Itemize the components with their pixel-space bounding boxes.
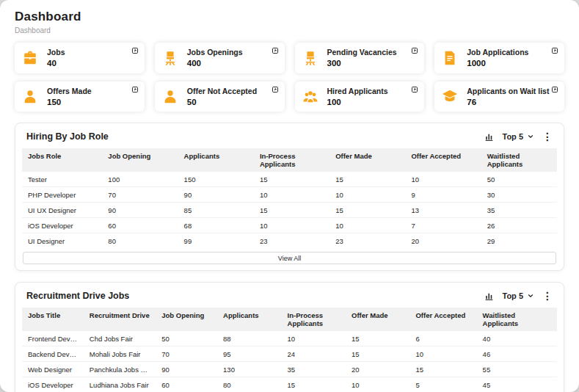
kebab-menu-icon[interactable]: ⋮ [542,131,553,142]
page-header: Dashboard Dashboard [15,10,564,35]
table-row: iOS DeveloperLudhiana Jobs Fair608015105… [22,377,557,392]
top5-dropdown[interactable]: Top 5 [502,132,534,141]
section-title: Hiring By Job Role [26,131,109,142]
bar-chart-icon[interactable] [484,291,494,301]
table-cell: 50 [481,172,557,187]
stat-card-label: Jobs [47,48,65,57]
panel-header: Recruitment Drive Jobs Top 5 ⋮ [22,289,557,308]
stat-card-text: Offers Made150 [47,87,92,108]
expand-icon[interactable] [272,86,279,93]
column-header: Jobs Title [22,308,84,331]
page-title: Dashboard [15,10,564,24]
stat-card-label: Job Applications [467,48,528,57]
column-header: In-Process Applicants [282,308,346,331]
table-cell: 95 [217,346,281,362]
stat-card: Applicants on Wait list76 [434,81,564,112]
expand-icon[interactable] [272,47,279,54]
table-cell: iOS Developer [22,377,84,392]
table-cell: 10 [409,346,476,362]
table-cell: Ludhiana Jobs Fair [84,377,156,392]
table-cell: 40 [477,331,557,346]
expand-icon[interactable] [411,47,418,54]
column-header: Applicants [217,308,281,331]
table-cell: 15 [346,331,409,346]
top5-dropdown[interactable]: Top 5 [502,291,534,300]
stat-card-text: Pending Vacancies300 [327,48,397,69]
panel-header: Hiring By Job Role Top 5 ⋮ [22,130,557,148]
top5-label: Top 5 [502,132,523,141]
table-header-row: Jobs RoleJob OpeningApplicantsIn-Process… [22,148,557,172]
stat-card: Offers Made150 [15,81,145,112]
expand-icon[interactable] [131,86,139,93]
bar-chart-icon[interactable] [484,132,494,142]
table-cell: 15 [329,172,405,187]
table-cell: 7 [405,218,481,233]
table-cell: 45 [477,377,557,392]
table-row: Web DesignerPanchkula Jobs Fair901303520… [22,362,557,377]
table-cell: 70 [102,187,178,203]
stat-card-value: 100 [327,97,388,107]
office-chair-icon [162,49,180,67]
view-all-button[interactable]: View All [23,252,556,264]
table-cell: 26 [481,218,557,233]
panel-tools: Top 5 ⋮ [484,291,553,301]
table-cell: PHP Developer [22,187,102,203]
table-cell: Frontend Developer [22,331,84,346]
table-cell: 88 [217,331,281,346]
table-row: Backend DeveloperMohali Jobs Fair7095241… [22,346,557,362]
table-cell: 15 [329,203,405,218]
table-header-row: Jobs TitleRecruitment DriveJob OpeningAp… [22,308,557,331]
person-icon [162,88,180,106]
table-cell: 150 [178,172,254,187]
table-cell: 20 [346,362,409,377]
table-cell: 15 [346,346,409,362]
stat-card-text: Applicants on Wait list76 [467,87,549,108]
table-cell: Tester [22,172,102,187]
stat-card-label: Jobs Openings [187,48,243,57]
table-cell: 10 [254,218,329,233]
column-header: Jobs Role [22,148,102,172]
expand-icon[interactable] [411,86,418,93]
dashboard-window: Dashboard Dashboard Jobs40Jobs Openings4… [0,0,579,392]
chevron-down-icon [527,133,534,140]
table-cell: Web Designer [22,362,84,377]
stat-card-value: 76 [467,97,549,107]
stat-card-value: 300 [327,58,397,68]
table-cell: 55 [477,362,557,377]
recruitment-drive-jobs-panel: Recruitment Drive Jobs Top 5 ⋮ Jobs Titl… [15,282,564,392]
stat-card-label: Hired Applicants [327,87,388,96]
column-header: Applicants [178,148,254,172]
column-header: In-Process Applicants [254,148,329,172]
table-cell: Chd Jobs Fair [84,331,156,346]
person-icon [22,88,40,106]
stat-card-label: Applicants on Wait list [467,87,549,96]
table-cell: 90 [156,362,217,377]
hiring-table: Jobs RoleJob OpeningApplicantsIn-Process… [22,148,557,248]
stat-card-label: Offers Made [47,87,92,96]
stat-cards-grid: Jobs40Jobs Openings400Pending Vacancies3… [15,43,564,112]
table-cell: 60 [102,218,178,233]
table-cell: 15 [254,203,329,218]
stat-card-value: 1000 [467,58,528,68]
table-cell: 85 [178,203,254,218]
section-title: Recruitment Drive Jobs [26,291,129,301]
stat-card: Jobs Openings400 [155,43,285,73]
column-header: Job Opening [156,308,217,331]
column-header: Waitlisted Applicants [481,148,557,172]
table-cell: 6 [409,331,476,346]
stat-card-text: Jobs40 [47,48,65,69]
expand-icon[interactable] [551,86,558,93]
table-row: PHP Developer70901010930 [22,187,557,203]
table-cell: 10 [282,331,346,346]
kebab-menu-icon[interactable]: ⋮ [542,291,553,301]
expand-icon[interactable] [131,47,139,54]
table-row: UI Designer809923232029 [22,233,557,249]
stat-card-text: Job Applications1000 [467,48,528,69]
panel-tools: Top 5 ⋮ [484,131,553,142]
table-row: UI UX Designer908515151335 [22,203,557,218]
expand-icon[interactable] [551,47,558,54]
table-cell: 35 [481,203,557,218]
table-cell: iOS Developer [22,218,102,233]
office-chair-icon [302,49,320,67]
table-cell: 10 [254,187,329,203]
